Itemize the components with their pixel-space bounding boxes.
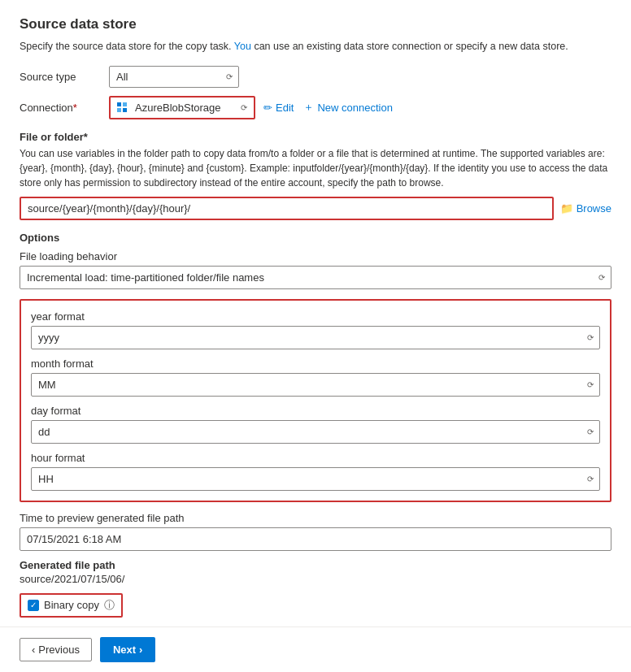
checkbox-check-icon: ✓	[30, 601, 37, 609]
options-title: Options	[20, 232, 611, 244]
preview-label: Time to preview generated file path	[20, 512, 611, 524]
info-icon[interactable]: ⓘ	[104, 598, 115, 613]
edit-link[interactable]: ✏ Edit	[263, 102, 294, 114]
svg-rect-0	[117, 102, 121, 106]
svg-rect-1	[123, 102, 127, 106]
month-format-label: month format	[31, 358, 600, 370]
file-folder-label: File or folder*	[20, 131, 611, 143]
page-title: Source data store	[20, 16, 611, 33]
day-format-row: day format dd ⟳	[31, 405, 600, 444]
new-connection-plus-icon: ＋	[303, 100, 314, 115]
connection-actions: ✏ Edit ＋ New connection	[263, 100, 393, 115]
previous-button[interactable]: ‹ Previous	[20, 638, 92, 661]
month-format-row: month format MM ⟳	[31, 358, 600, 397]
blob-storage-icon	[115, 101, 132, 114]
connection-required: *	[73, 102, 77, 114]
hour-format-label: hour format	[31, 452, 600, 464]
file-loading-select[interactable]: Incremental load: time-partitioned folde…	[20, 266, 611, 289]
connection-select-wrapper: AzureBlobStorage ⟳	[109, 96, 255, 119]
file-path-input[interactable]	[20, 197, 554, 220]
day-format-label: day format	[31, 405, 600, 417]
source-type-label: Source type	[20, 71, 109, 83]
next-chevron-icon: ›	[139, 644, 142, 656]
file-path-input-wrapper	[20, 197, 554, 220]
day-format-select-wrapper: dd ⟳	[31, 420, 600, 444]
description: Specify the source data store for the co…	[20, 39, 611, 54]
browse-folder-icon: 📁	[560, 202, 573, 215]
year-format-label: year format	[31, 310, 600, 323]
binary-copy-row: ✓ Binary copy ⓘ	[20, 593, 123, 618]
format-section: year format yyyy ⟳ month format MM	[20, 299, 611, 502]
footer: ‹ Previous Next ›	[0, 626, 631, 672]
edit-pencil-icon: ✏	[263, 102, 272, 114]
main-content: Source data store Specify the source dat…	[0, 0, 631, 626]
file-loading-label: File loading behavior	[20, 250, 611, 262]
connection-select[interactable]: AzureBlobStorage	[132, 98, 254, 118]
binary-copy-checkbox[interactable]: ✓	[28, 600, 39, 611]
file-loading-select-wrapper: Incremental load: time-partitioned folde…	[20, 266, 611, 289]
year-format-select-wrapper: yyyy ⟳	[31, 326, 600, 349]
preview-input[interactable]	[20, 527, 611, 551]
previous-chevron-icon: ‹	[32, 644, 35, 656]
source-type-select[interactable]: All	[109, 66, 239, 88]
month-format-select-wrapper: MM ⟳	[31, 373, 600, 397]
connection-label: Connection*	[20, 102, 109, 114]
source-type-row: Source type All ⟳	[20, 66, 611, 88]
page-container: Source data store Specify the source dat…	[0, 0, 631, 672]
source-type-select-wrapper: All ⟳	[109, 66, 239, 88]
generated-file-path-value: source/2021/07/15/06/	[20, 573, 611, 585]
binary-copy-label: Binary copy	[44, 599, 99, 611]
file-path-row: 📁 Browse	[20, 197, 611, 220]
description-link[interactable]: You	[234, 41, 251, 52]
generated-file-path-label: Generated file path	[20, 559, 611, 571]
year-format-row: year format yyyy ⟳	[31, 310, 600, 349]
hour-format-select-wrapper: HH ⟳	[31, 467, 600, 491]
year-format-select[interactable]: yyyy	[31, 326, 600, 349]
next-button[interactable]: Next ›	[100, 637, 156, 662]
options-section: Options File loading behavior Incrementa…	[20, 232, 611, 626]
hour-format-select[interactable]: HH	[31, 467, 600, 491]
day-format-select[interactable]: dd	[31, 420, 600, 444]
file-folder-required: *	[84, 131, 88, 143]
new-connection-link[interactable]: ＋ New connection	[303, 100, 393, 115]
svg-rect-2	[117, 108, 121, 112]
browse-button[interactable]: 📁 Browse	[560, 202, 611, 215]
hour-format-row: hour format HH ⟳	[31, 452, 600, 491]
svg-rect-3	[123, 108, 127, 112]
file-folder-desc: You can use variables in the folder path…	[20, 146, 611, 190]
month-format-select[interactable]: MM	[31, 373, 600, 397]
file-folder-section: File or folder* You can use variables in…	[20, 131, 611, 220]
connection-row: Connection* AzureBlobStorage ⟳	[20, 96, 611, 119]
